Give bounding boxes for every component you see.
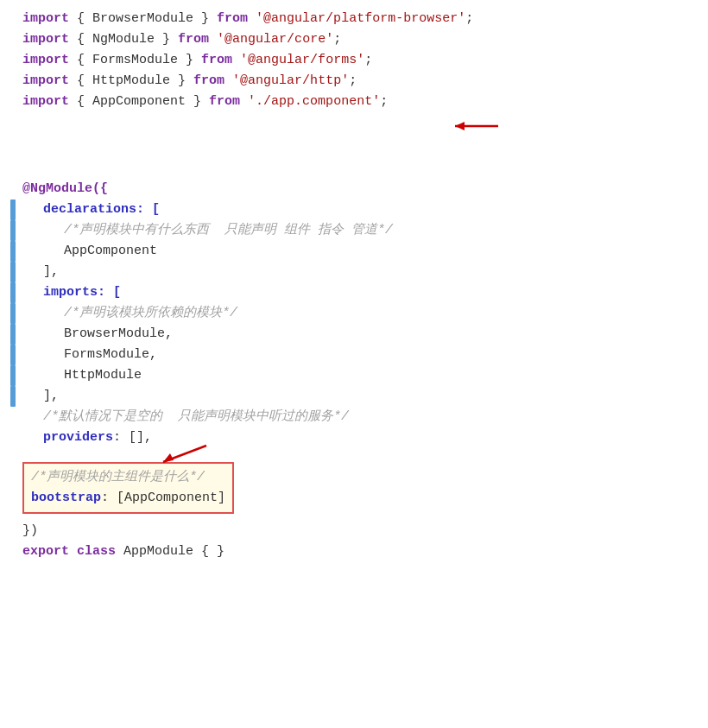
imports-item1-line: BrowserModule, (10, 324, 698, 345)
keyword-import-3: import (22, 50, 69, 71)
imports-item2: FormsModule, (22, 345, 157, 365)
declarations-comment-line: /*声明模块中有什么东西 只能声明 组件 指令 管道*/ (10, 220, 698, 241)
imports-close-line: ], (10, 386, 698, 407)
import-path-2: '@angular/core' (217, 29, 333, 50)
import-name-3: { FormsModule } (77, 50, 193, 71)
close-decorator: }) (22, 521, 38, 541)
providers-line: providers: [], (10, 427, 698, 448)
bootstrap-comment: /*声明模块的主组件是什么*/ (31, 467, 205, 488)
import-path-1: '@angular/platform-browser' (256, 9, 465, 29)
keyword-import-4: import (22, 71, 69, 92)
import-name-2: { NgModule } (77, 29, 170, 50)
import-path-5: './app.component' (248, 92, 380, 112)
declarations-label: declarations: [ (22, 199, 160, 220)
imports-item3: HttpModule (22, 365, 142, 386)
arrow-bootstrap-icon (146, 441, 215, 465)
import-line-4: import { HttpModule } from '@angular/htt… (10, 71, 698, 92)
semi-1: ; (465, 9, 473, 29)
declarations-comment: /*声明模块中有什么东西 只能声明 组件 指令 管道*/ (22, 220, 393, 241)
bootstrap-prop: bootstrap (31, 488, 101, 509)
imports-close: ], (22, 386, 59, 407)
keyword-import-1: import (22, 9, 69, 29)
imports-item2-line: FormsModule, (10, 345, 698, 365)
keyword-from-5: from (209, 92, 240, 112)
declarations-close-line: ], (10, 262, 698, 282)
arrow-import-icon (395, 92, 503, 168)
export-line: export class AppModule { } (10, 541, 698, 562)
svg-marker-1 (455, 122, 465, 130)
providers-prop: providers (22, 427, 113, 448)
keyword-from-2: from (178, 29, 209, 50)
keyword-import-2: import (22, 29, 69, 50)
keyword-export: export (22, 541, 69, 562)
bootstrap-value: AppComponent (124, 488, 218, 509)
import-path-3: '@angular/forms' (240, 50, 364, 71)
imports-label-line: imports: [ (10, 282, 698, 303)
declarations-close: ], (22, 262, 59, 282)
code-block: import { BrowserModule } from '@angular/… (0, 9, 708, 562)
import-line-1: import { BrowserModule } from '@angular/… (10, 9, 698, 29)
imports-comment: /*声明该模块所依赖的模块*/ (22, 303, 237, 324)
svg-marker-3 (163, 453, 174, 462)
decorator-line: @NgModule({ (10, 179, 698, 199)
import-line-5: import { AppComponent } from './app.comp… (10, 92, 698, 168)
import-path-4: '@angular/http' (232, 71, 349, 92)
import-line-2: import { NgModule } from '@angular/core'… (10, 29, 698, 50)
keyword-from-4: from (193, 71, 224, 92)
keyword-import-5: import (22, 92, 69, 112)
normal-sp1 (209, 9, 217, 29)
imports-label: imports: [ (22, 282, 121, 303)
close-decorator-line: }) (10, 521, 698, 541)
import-line-3: import { FormsModule } from '@angular/fo… (10, 50, 698, 71)
keyword-class: class (77, 541, 116, 562)
bootstrap-highlight-box: /*声明模块的主组件是什么*/ bootstrap: [AppComponent… (22, 462, 234, 514)
bootstrap-comment-line: /*声明模块的主组件是什么*/ (31, 467, 225, 488)
import-name-5: { AppComponent } (77, 92, 201, 112)
providers-comment: /*默认情况下是空的 只能声明模块中听过的服务*/ (22, 407, 349, 427)
keyword-from-3: from (201, 50, 232, 71)
decorator-text: @NgModule({ (22, 179, 108, 199)
imports-item1: BrowserModule, (22, 324, 173, 345)
normal-1 (69, 9, 77, 29)
import-name-4: { HttpModule } (77, 71, 186, 92)
bootstrap-line: bootstrap: [AppComponent] (31, 488, 225, 509)
import-name-1: { BrowserModule } (77, 9, 209, 29)
imports-item3-line: HttpModule (10, 365, 698, 386)
declarations-item-line: AppComponent (10, 241, 698, 262)
normal-sp2 (248, 9, 256, 29)
declarations-item: AppComponent (22, 241, 157, 262)
providers-comment-line: /*默认情况下是空的 只能声明模块中听过的服务*/ (10, 407, 698, 427)
imports-comment-line: /*声明该模块所依赖的模块*/ (10, 303, 698, 324)
keyword-from-1: from (217, 9, 248, 29)
declarations-label-line: declarations: [ (10, 199, 698, 220)
